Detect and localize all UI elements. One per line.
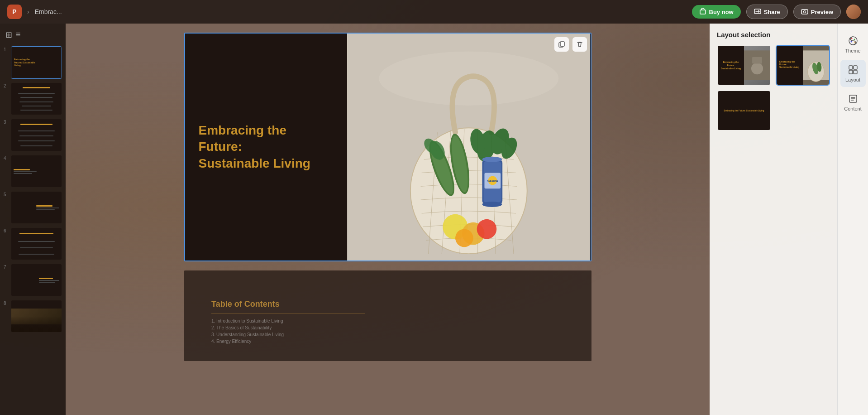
svg-rect-59 <box>849 70 853 74</box>
svg-point-55 <box>850 41 852 43</box>
slide-thumbnail-5[interactable] <box>11 191 62 224</box>
lo1-image-preview <box>744 46 770 85</box>
grocery-image: TABAUSH <box>347 34 591 261</box>
svg-point-54 <box>854 39 855 40</box>
copy-icon <box>558 41 565 48</box>
thumb2-title-bar <box>23 87 50 88</box>
copy-slide-button[interactable] <box>554 37 569 52</box>
slide-thumb-3[interactable]: 3 <box>4 119 62 151</box>
sidebar-item-content[interactable]: Content <box>840 89 866 116</box>
lo1-text: Embracing the Future: Sustainable Living <box>720 61 741 70</box>
slide-thumbnail-3[interactable] <box>11 119 62 151</box>
canvas-area: Embracing the Future: Sustainable Living <box>66 24 710 415</box>
layout-options-row2: Embracing the Future: Sustainable Living <box>717 90 830 131</box>
svg-point-53 <box>851 38 852 39</box>
slide-image-section: TABAUSH <box>347 34 591 261</box>
svg-text:Table of Contents: Table of Contents <box>211 299 280 309</box>
slide-thumbnail-7[interactable] <box>11 264 62 296</box>
slide-number-5: 5 <box>4 191 8 197</box>
svg-text:1. Introduction to Sustainable: 1. Introduction to Sustainable Living <box>211 318 283 323</box>
preview-icon <box>801 8 808 15</box>
slide-thumbnail-2[interactable] <box>11 82 62 115</box>
slide-number-6: 6 <box>4 227 8 233</box>
slide-number-7: 7 <box>4 264 8 270</box>
svg-point-23 <box>482 157 502 162</box>
thumb1-title: Embracing the Future: Sustainable Living <box>14 58 36 67</box>
theme-label: Theme <box>845 48 860 53</box>
next-slide-preview[interactable]: Table of Contents 1. Introduction to Sus… <box>184 270 591 361</box>
svg-rect-36 <box>184 270 591 361</box>
content-icon <box>848 93 858 104</box>
layout-option-2[interactable]: Embracing the Future: Sustainable Living <box>776 45 830 86</box>
slide-number-8: 8 <box>4 300 8 306</box>
slide-thumbnail-4[interactable] <box>11 155 62 188</box>
svg-point-3 <box>803 11 806 13</box>
slide-number-1: 1 <box>4 46 8 52</box>
slide-controls <box>554 37 587 52</box>
svg-rect-60 <box>854 70 857 74</box>
svg-rect-58 <box>854 66 857 69</box>
slide-thumb-1[interactable]: 1 Embracing the Future: Sustainable Livi… <box>4 46 62 79</box>
right-sidebar: Theme Layout <box>837 24 868 415</box>
slide-title: Embracing the Future: Sustainable Living <box>199 122 334 172</box>
slide-thumb-5[interactable]: 5 <box>4 191 62 224</box>
slide-thumbnail-8[interactable] <box>11 300 62 333</box>
cart-icon <box>699 8 706 15</box>
svg-point-56 <box>854 42 855 43</box>
topbar: P › Embrac... Buy now Share Preview <box>0 0 868 24</box>
slide-thumb-7[interactable]: 7 <box>4 264 62 296</box>
slide-text-section: Embracing the Future: Sustainable Living <box>185 34 347 261</box>
layout-selection-panel: Layout selection Embracing the Future: S… <box>710 24 837 415</box>
share-icon <box>754 8 761 15</box>
slide-thumb-2[interactable]: 2 <box>4 82 62 115</box>
sidebar-item-theme[interactable]: Theme <box>840 31 866 58</box>
palette-icon <box>848 35 858 46</box>
svg-rect-2 <box>801 10 808 14</box>
slide-thumb-8[interactable]: 8 <box>4 300 62 333</box>
svg-text:4. Energy Efficiency: 4. Energy Efficiency <box>211 339 251 344</box>
lo3-title-text: Embracing the Future: Sustainable Living <box>724 110 764 112</box>
svg-rect-35 <box>560 42 564 46</box>
svg-rect-57 <box>849 66 853 69</box>
svg-point-30 <box>477 219 497 239</box>
slide-thumbnail-1[interactable]: Embracing the Future: Sustainable Living <box>11 46 62 79</box>
svg-text:3. Understanding Sustainable L: 3. Understanding Sustainable Living <box>211 332 284 337</box>
avatar[interactable] <box>846 5 861 19</box>
slide-canvas[interactable]: Embracing the Future: Sustainable Living <box>184 33 591 261</box>
grid-view-icon[interactable]: ⊞ <box>5 30 12 40</box>
svg-text:TABAUSH: TABAUSH <box>487 180 498 183</box>
active-slide-wrapper: Embracing the Future: Sustainable Living <box>184 33 591 261</box>
app-logo[interactable]: P <box>7 5 22 19</box>
grocery-svg: TABAUSH <box>347 34 591 261</box>
document-title: Embrac... <box>35 8 62 15</box>
layout-icon <box>848 64 858 75</box>
main-area: ⊞ ≡ 1 Embracing the Future: Sustainable … <box>0 24 868 415</box>
buy-now-button[interactable]: Buy now <box>692 5 741 19</box>
panel-toolbar: ⊞ ≡ <box>4 28 62 42</box>
svg-point-31 <box>455 229 473 247</box>
trash-icon <box>576 41 583 48</box>
svg-point-44 <box>751 63 763 74</box>
slide-thumbnail-6[interactable] <box>11 227 62 260</box>
sidebar-item-layout[interactable]: Layout <box>840 60 866 87</box>
preview-button[interactable]: Preview <box>793 5 841 19</box>
layout-label: Layout <box>845 77 860 82</box>
slide-thumb-6[interactable]: 6 <box>4 227 62 260</box>
delete-slide-button[interactable] <box>572 37 587 52</box>
svg-point-24 <box>482 202 502 207</box>
lo2-title-text: Embracing the Future: Sustainable Living <box>779 60 800 68</box>
layout-option-3[interactable]: Embracing the Future: Sustainable Living <box>717 90 771 131</box>
svg-text:2. The Basics of Sustainabilit: 2. The Basics of Sustainability <box>211 325 272 330</box>
next-slide-svg: Table of Contents 1. Introduction to Sus… <box>184 270 591 361</box>
slide-thumb-4[interactable]: 4 <box>4 155 62 188</box>
slide-number-2: 2 <box>4 82 8 88</box>
list-view-icon[interactable]: ≡ <box>16 30 21 40</box>
layout-panel-title: Layout selection <box>717 31 830 39</box>
layout-options-grid: Embracing the Future: Sustainable Living <box>717 45 830 86</box>
lo2-image-preview <box>803 46 829 85</box>
right-panel: Layout selection Embracing the Future: S… <box>710 24 868 415</box>
svg-rect-0 <box>700 10 706 14</box>
layout-option-1[interactable]: Embracing the Future: Sustainable Living <box>717 45 771 86</box>
slide-number-4: 4 <box>4 155 8 161</box>
share-button[interactable]: Share <box>746 5 788 19</box>
